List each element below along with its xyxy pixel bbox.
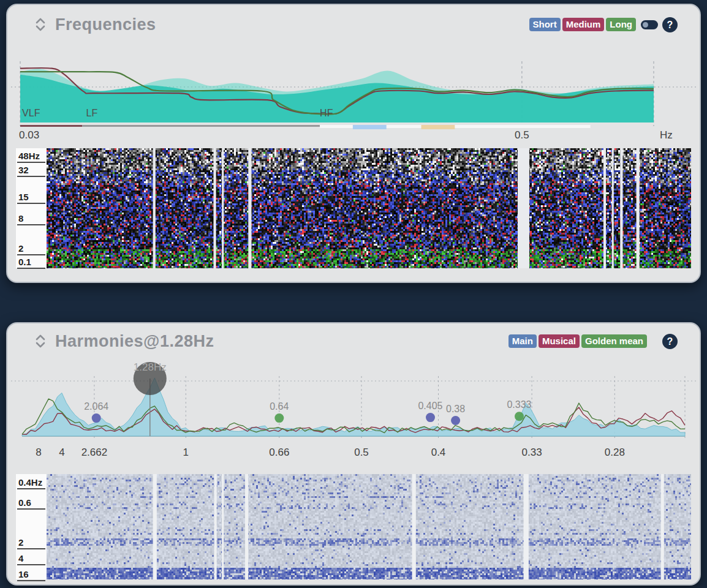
spectrogram-y-label: 2 <box>17 243 45 255</box>
legend-long-button[interactable]: Long <box>606 18 636 31</box>
svg-text:Hz: Hz <box>660 129 673 141</box>
svg-text:VLF: VLF <box>22 108 40 118</box>
spectrogram-y-label: 32 <box>17 165 45 177</box>
legend-medium-button[interactable]: Medium <box>562 18 605 31</box>
frequency-spectrogram[interactable] <box>47 148 691 268</box>
spectrogram-y-label: 8 <box>17 213 45 225</box>
svg-text:0.33: 0.33 <box>522 447 542 458</box>
harmonics-spectrogram[interactable] <box>47 474 691 579</box>
legend-short-button[interactable]: Short <box>529 18 561 31</box>
toggle-knob <box>643 22 648 28</box>
svg-text:4: 4 <box>59 447 64 458</box>
svg-text:0.64: 0.64 <box>270 401 289 412</box>
collapse-expand-icon[interactable] <box>34 334 47 349</box>
svg-text:1.28Hz: 1.28Hz <box>134 361 167 373</box>
frequencies-panel: Frequencies Short Medium Long ? VLFLFHF0… <box>6 4 701 283</box>
svg-text:1: 1 <box>183 447 189 458</box>
panel-title: Frequencies <box>55 15 156 34</box>
frequency-bands-chart[interactable]: VLFLFHF0.030.5Hz <box>11 48 696 142</box>
legend-golden-mean-button[interactable]: Golden mean <box>581 334 647 348</box>
svg-text:LF: LF <box>86 108 98 118</box>
svg-text:8: 8 <box>36 447 41 458</box>
harmonies-legend: Main Musical Golden mean ? <box>509 334 678 349</box>
collapse-expand-icon[interactable] <box>34 17 47 32</box>
svg-text:0.5: 0.5 <box>515 129 529 141</box>
svg-text:0.03: 0.03 <box>19 129 39 141</box>
svg-text:2.064: 2.064 <box>84 401 108 412</box>
hrv-analysis-app: Frequencies Short Medium Long ? VLFLFHF0… <box>0 0 707 588</box>
harmonies-panel: Harmonies@1.28Hz Main Musical Golden mea… <box>6 322 701 586</box>
mini-toggle-switch[interactable] <box>641 20 658 29</box>
frequencies-legend: Short Medium Long ? <box>529 17 678 32</box>
svg-text:HF: HF <box>320 108 333 118</box>
svg-text:0.333: 0.333 <box>507 399 531 410</box>
spectrogram-y-label: 4 <box>17 553 45 565</box>
frequency-spectrogram-row: 48Hz3215820.1 <box>16 148 691 268</box>
legend-musical-button[interactable]: Musical <box>539 334 580 348</box>
svg-text:2.662: 2.662 <box>81 447 108 458</box>
spectrogram-y-label: 0.4Hz <box>17 477 45 489</box>
spectrogram-y-label: 0.6 <box>17 497 45 510</box>
harmonics-spectrogram-axis: 0.4Hz0.62416 <box>16 474 47 579</box>
spectrogram-y-label: 15 <box>17 192 45 204</box>
legend-main-button[interactable]: Main <box>509 334 537 348</box>
frequency-spectrogram-axis: 48Hz3215820.1 <box>16 148 47 268</box>
spectrogram-y-label: 0.1 <box>17 257 45 269</box>
svg-text:0.4: 0.4 <box>431 447 446 458</box>
panel-title: Harmonies@1.28Hz <box>55 332 214 351</box>
svg-text:0.28: 0.28 <box>605 447 625 458</box>
spectrogram-y-label: 48Hz <box>17 151 45 163</box>
svg-text:0.38: 0.38 <box>446 404 465 414</box>
spectrogram-y-label: 16 <box>17 569 45 581</box>
svg-text:0.66: 0.66 <box>269 447 289 458</box>
svg-text:0.405: 0.405 <box>418 401 442 411</box>
harmonics-spectrogram-row: 0.4Hz0.62416 <box>16 474 691 579</box>
harmonics-spectrum-chart[interactable]: 1.28Hz2.0640.640.4050.380.333842.66210.6… <box>11 360 696 472</box>
help-button[interactable]: ? <box>662 17 678 32</box>
svg-text:0.5: 0.5 <box>354 447 369 458</box>
help-button[interactable]: ? <box>662 334 678 349</box>
frequencies-header: Frequencies Short Medium Long ? <box>7 5 700 44</box>
harmonies-header: Harmonies@1.28Hz Main Musical Golden mea… <box>7 323 700 359</box>
spectrogram-y-label: 2 <box>17 537 45 549</box>
